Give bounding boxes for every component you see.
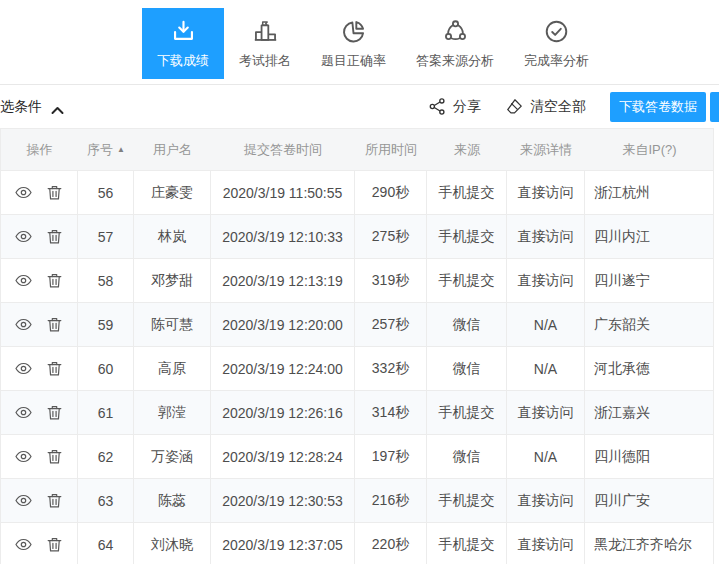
share-button[interactable]: 分享 [428, 97, 481, 116]
cell-serial-number: 57 [78, 215, 134, 258]
delete-icon[interactable] [45, 227, 64, 246]
cell-ip: 河北承德 [585, 347, 714, 390]
cell-duration: 314秒 [355, 391, 427, 434]
cell-username: 邓梦甜 [134, 259, 211, 302]
view-icon[interactable] [14, 447, 33, 466]
cell-source-detail: 直接访问 [507, 523, 585, 564]
cell-duration: 216秒 [355, 479, 427, 522]
header-username: 用户名 [134, 141, 211, 159]
header-actions: 操作 [1, 141, 78, 159]
cell-source: 手机提交 [427, 171, 507, 214]
tab-label: 答案来源分析 [416, 52, 494, 70]
row-actions [1, 347, 78, 390]
cell-source: 手机提交 [427, 523, 507, 564]
cell-username: 郭滢 [134, 391, 211, 434]
clear-all-label: 清空全部 [530, 98, 586, 116]
delete-icon[interactable] [45, 491, 64, 510]
download-answer-data-button[interactable]: 下载答卷数据 [610, 92, 706, 122]
delete-icon[interactable] [45, 359, 64, 378]
table-row: 61 郭滢 2020/3/19 12:26:16 314秒 手机提交 直接访问 … [1, 391, 714, 435]
download-answer-data-label: 下载答卷数据 [619, 98, 697, 116]
download-dropdown-button[interactable] [710, 92, 719, 122]
tab-download-scores[interactable]: 下载成绩 [142, 8, 224, 79]
table-body: 56 庄豪雯 2020/3/19 11:50:55 290秒 手机提交 直接访问… [1, 171, 714, 564]
cell-submit-time: 2020/3/19 12:24:00 [211, 347, 355, 390]
tab-label: 下载成绩 [157, 52, 209, 70]
delete-icon[interactable] [45, 271, 64, 290]
cell-submit-time: 2020/3/19 12:30:53 [211, 479, 355, 522]
cell-ip: 浙江嘉兴 [585, 391, 714, 434]
cell-username: 高原 [134, 347, 211, 390]
cell-submit-time: 2020/3/19 12:28:24 [211, 435, 355, 478]
header-serial-number-label: 序号 [87, 141, 113, 159]
cell-submit-time: 2020/3/19 12:20:00 [211, 303, 355, 346]
filter-conditions-toggle[interactable]: 选条件 [0, 98, 64, 116]
cell-submit-time: 2020/3/19 12:26:16 [211, 391, 355, 434]
cell-source-detail: N/A [507, 347, 585, 390]
table-row: 56 庄豪雯 2020/3/19 11:50:55 290秒 手机提交 直接访问… [1, 171, 714, 215]
delete-icon[interactable] [45, 403, 64, 422]
cell-ip: 浙江杭州 [585, 171, 714, 214]
view-icon[interactable] [14, 403, 33, 422]
header-source-detail: 来源详情 [507, 141, 585, 159]
cell-duration: 319秒 [355, 259, 427, 302]
view-icon[interactable] [14, 183, 33, 202]
cell-serial-number: 61 [78, 391, 134, 434]
cell-ip: 广东韶关 [585, 303, 714, 346]
filter-conditions-label: 选条件 [0, 98, 42, 116]
delete-icon[interactable] [45, 315, 64, 334]
cell-username: 林岚 [134, 215, 211, 258]
cell-username: 陈可慧 [134, 303, 211, 346]
cell-source-detail: N/A [507, 435, 585, 478]
cell-serial-number: 62 [78, 435, 134, 478]
view-icon[interactable] [14, 491, 33, 510]
cell-duration: 257秒 [355, 303, 427, 346]
cell-username: 刘沐晓 [134, 523, 211, 564]
source-analysis-icon [442, 18, 469, 45]
sort-ascending-icon[interactable]: ▲ [117, 146, 125, 154]
cell-username: 万姿涵 [134, 435, 211, 478]
delete-icon[interactable] [45, 447, 64, 466]
row-actions [1, 259, 78, 302]
cell-submit-time: 2020/3/19 12:10:33 [211, 215, 355, 258]
cell-duration: 275秒 [355, 215, 427, 258]
tab-completion-rate-analysis[interactable]: 完成率分析 [509, 8, 604, 79]
cell-source-detail: 直接访问 [507, 479, 585, 522]
table-row: 59 陈可慧 2020/3/19 12:20:00 257秒 微信 N/A 广东… [1, 303, 714, 347]
chevron-up-icon [51, 102, 64, 111]
tab-exam-ranking[interactable]: 考试排名 [224, 8, 306, 79]
cell-source-detail: 直接访问 [507, 171, 585, 214]
cell-source: 手机提交 [427, 259, 507, 302]
delete-icon[interactable] [45, 183, 64, 202]
ranking-icon [252, 18, 279, 45]
view-icon[interactable] [14, 271, 33, 290]
tab-question-accuracy[interactable]: 题目正确率 [306, 8, 401, 79]
table-row: 57 林岚 2020/3/19 12:10:33 275秒 手机提交 直接访问 … [1, 215, 714, 259]
toolbar: 选条件 分享 清空全部 下载答卷数据 [0, 85, 719, 128]
cell-duration: 332秒 [355, 347, 427, 390]
eraser-icon [505, 97, 524, 116]
check-circle-icon [543, 18, 570, 45]
header-serial-number[interactable]: 序号 ▲ [78, 141, 134, 159]
cell-ip: 黑龙江齐齐哈尔 [585, 523, 714, 564]
cell-duration: 290秒 [355, 171, 427, 214]
tab-answer-source-analysis[interactable]: 答案来源分析 [401, 8, 509, 79]
cell-source: 微信 [427, 347, 507, 390]
results-table: 操作 序号 ▲ 用户名 提交答卷时间 所用时间 来源 来源详情 来自IP(?) [0, 128, 714, 564]
cell-source-detail: 直接访问 [507, 215, 585, 258]
pie-chart-icon [340, 18, 367, 45]
cell-serial-number: 59 [78, 303, 134, 346]
cell-source-detail: 直接访问 [507, 391, 585, 434]
cell-source: 手机提交 [427, 391, 507, 434]
cell-duration: 220秒 [355, 523, 427, 564]
view-icon[interactable] [14, 535, 33, 554]
delete-icon[interactable] [45, 535, 64, 554]
view-icon[interactable] [14, 359, 33, 378]
view-icon[interactable] [14, 315, 33, 334]
share-label: 分享 [453, 98, 481, 116]
clear-all-button[interactable]: 清空全部 [505, 97, 586, 116]
share-icon [428, 97, 447, 116]
cell-ip: 四川遂宁 [585, 259, 714, 302]
tab-label: 完成率分析 [524, 52, 589, 70]
view-icon[interactable] [14, 227, 33, 246]
